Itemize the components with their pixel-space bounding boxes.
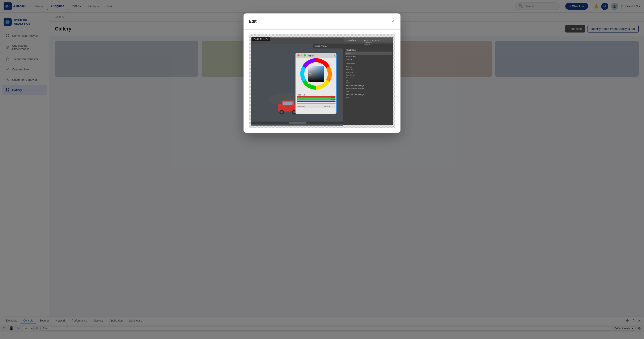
svg-text:amera Previ...: amera Previ... (314, 45, 327, 47)
svg-text:Far  1000: Far 1000 (346, 71, 354, 73)
svg-text:Color: Color (308, 55, 314, 57)
modal-header: Edit × (244, 14, 400, 30)
svg-point-30 (280, 111, 283, 114)
svg-text:Planes: Planes (346, 66, 352, 68)
svg-text:0.7382: 0.7382 (331, 96, 336, 98)
svg-point-60 (300, 54, 303, 56)
svg-text:0.7824: 0.7824 (331, 101, 336, 102)
svg-text:Vertical: Vertical (346, 58, 352, 60)
svg-point-59 (297, 54, 300, 56)
svg-point-75 (308, 82, 310, 84)
svg-text:Perspective: Perspective (346, 56, 356, 58)
image-dimensions-badge: 2241 × 1120 (252, 37, 270, 41)
svg-text:⤡: ⤡ (334, 54, 336, 57)
svg-text:Use Graphics Settings: Use Graphics Settings (346, 84, 364, 86)
svg-text:Transform: Transform (346, 39, 356, 42)
svg-point-32 (293, 111, 296, 114)
svg-text:▼: ▼ (331, 94, 332, 96)
svg-text:Off: Off (346, 91, 349, 93)
svg-rect-84 (297, 103, 336, 104)
svg-text:Hexcolor?: Hexcolor? (298, 106, 304, 108)
svg-rect-80 (297, 98, 336, 100)
modal-overlay[interactable]: Edit × Transform P (0, 0, 644, 339)
svg-text:fect X 0   Y 0: fect X 0 Y 0 (346, 74, 356, 76)
svg-rect-82 (297, 100, 336, 102)
svg-text:W 1   H 1: W 1 H 1 (346, 77, 353, 79)
svg-text:RGB 0-1.0: RGB 0-1.0 (298, 94, 305, 96)
svg-text:Position   X -16.34: Position X -16.34 (364, 39, 380, 42)
svg-text:Use Graphics Settings: Use Graphics Settings (346, 94, 364, 96)
svg-rect-78 (297, 96, 336, 98)
modal-image-container: Transform Position X -16.34 Rotation X 0… (249, 34, 395, 128)
svg-point-61 (304, 54, 306, 56)
svg-text:Path: Path (346, 82, 350, 84)
svg-text:RC:0CA: RC:0CA (324, 106, 330, 108)
svg-text:Near 0.3: Near 0.3 (346, 68, 354, 70)
svg-rect-33 (283, 102, 292, 105)
svg-text:Buh...: Buh... (346, 97, 351, 99)
svg-text:Solid Color: Solid Color (346, 49, 356, 51)
svg-text:1: 1 (331, 103, 332, 104)
svg-rect-91 (289, 122, 306, 124)
svg-text:Scale      X  1: Scale X 1 (364, 44, 372, 46)
edit-modal: Edit × Transform P (244, 14, 400, 133)
svg-text:-1: -1 (346, 79, 348, 82)
svg-text:Mixed...: Mixed... (346, 52, 353, 54)
modal-close-button[interactable]: × (390, 18, 395, 25)
svg-text:None Render Textures: None Render Textures (346, 88, 364, 90)
modal-image-svg: Transform Position X -16.34 Rotation X 0… (249, 34, 395, 128)
modal-body: Transform Position X -16.34 Rotation X 0… (244, 30, 400, 133)
svg-text:0.7048: 0.7048 (331, 98, 336, 100)
svg-text:Rotation   X  0: Rotation X 0 (364, 42, 374, 44)
svg-text:ew Camera: ew Camera (346, 63, 356, 65)
modal-title: Edit (249, 19, 256, 24)
svg-rect-73 (308, 66, 324, 82)
